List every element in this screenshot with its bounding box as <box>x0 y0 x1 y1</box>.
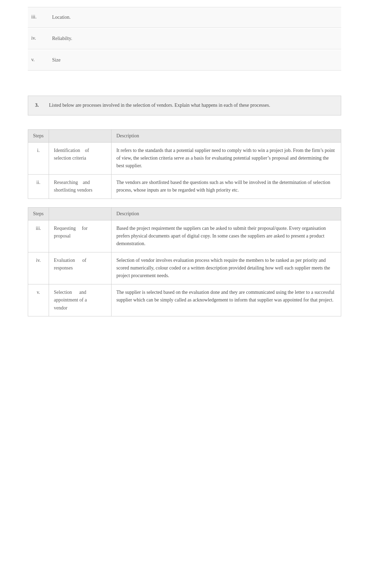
vendor-table-1: Steps Description i. Identification of s… <box>28 129 341 199</box>
col-label-1 <box>49 129 112 142</box>
step-desc: It refers to the standards that a potent… <box>112 142 341 174</box>
list-numeral: iii. <box>31 14 52 20</box>
step-desc: Based the project requirement the suppli… <box>112 220 341 252</box>
step-desc: The vendors are shortlisted based the qu… <box>112 174 341 199</box>
table-row: v. Selection and appointment of a vendor… <box>28 284 341 316</box>
table-row: iii. Requesting for proposal Based the p… <box>28 220 341 252</box>
step-label: Evaluation of responses <box>49 252 112 284</box>
step-num: iv. <box>28 252 49 284</box>
step-desc: Selection of vendor involves evaluation … <box>112 252 341 284</box>
list-text: Size <box>52 56 60 64</box>
list-numeral: v. <box>31 56 52 63</box>
step-label: Requesting for proposal <box>49 220 112 252</box>
list-item: iv. Reliabilty. <box>28 29 341 49</box>
col-desc-2: Description <box>112 207 341 220</box>
question-number: 3. <box>35 102 49 109</box>
step-num: v. <box>28 284 49 316</box>
step-desc: The supplier is selected based on the ev… <box>112 284 341 316</box>
table-row: i. Identification of selection criteria … <box>28 142 341 174</box>
list-section: iii. Location. iv. Reliabilty. v. Size <box>28 7 341 71</box>
step-label: Identification of selection criteria <box>49 142 112 174</box>
table-row: iv. Evaluation of responses Selection of… <box>28 252 341 284</box>
col-steps-2: Steps <box>28 207 49 220</box>
vendor-table-2: Steps Description iii. Requesting for pr… <box>28 207 341 317</box>
list-text: Reliabilty. <box>52 35 72 42</box>
step-num: iii. <box>28 220 49 252</box>
table-row: ii. Researching and shortlisting vendors… <box>28 174 341 199</box>
step-num: ii. <box>28 174 49 199</box>
list-item: v. Size <box>28 50 341 71</box>
col-steps-1: Steps <box>28 129 49 142</box>
step-label: Researching and shortlisting vendors <box>49 174 112 199</box>
list-numeral: iv. <box>31 35 52 41</box>
question-text: Listed below are processes involved in t… <box>49 102 333 109</box>
question-block: 3.Listed below are processes involved in… <box>28 96 341 115</box>
list-item: iii. Location. <box>28 7 341 28</box>
step-label: Selection and appointment of a vendor <box>49 284 112 316</box>
col-desc-1: Description <box>112 129 341 142</box>
step-num: i. <box>28 142 49 174</box>
list-text: Location. <box>52 14 71 21</box>
col-label-2 <box>49 207 112 220</box>
